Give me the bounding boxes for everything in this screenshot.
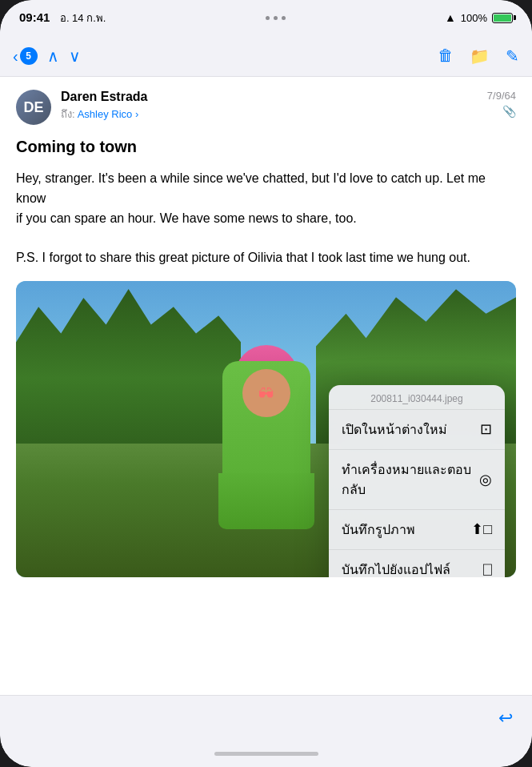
context-menu-filename: 200811_i030444.jpeg	[329, 385, 505, 410]
to-name[interactable]: Ashley Rico ›	[78, 108, 139, 120]
context-menu-label-mark: ทำเครื่องหมายและตอบกลับ	[342, 460, 479, 500]
save-files-icon: ⎕	[483, 561, 492, 577]
dot-1	[266, 16, 270, 20]
status-bar: 09:41 อ. 14 ก.พ. ▲ 100%	[0, 0, 532, 35]
email-content: DE Daren Estrada ถึง: Ashley Rico ›	[0, 77, 532, 695]
next-arrow-icon[interactable]: ∨	[69, 46, 81, 66]
home-bar	[214, 752, 318, 756]
email-body-line1: Hey, stranger. It's been a while since w…	[16, 169, 516, 209]
sunglasses: 🕶	[258, 385, 274, 404]
wifi-icon: ▲	[445, 11, 456, 24]
context-menu-label-open: เปิดในหน้าต่างใหม่	[342, 420, 447, 440]
prev-arrow-icon[interactable]: ∧	[47, 46, 59, 66]
device-frame: 09:41 อ. 14 ก.พ. ▲ 100% ‹	[0, 0, 532, 767]
context-menu-item-save-files[interactable]: บันทึกไปยังแอปไฟล์ ⎕	[329, 550, 505, 577]
sender-avatar: DE	[16, 90, 51, 125]
to-label: ถึง:	[61, 106, 75, 122]
outfit-bottom	[218, 473, 314, 529]
folder-icon[interactable]: 📁	[470, 46, 490, 66]
open-window-icon: ⊡	[480, 420, 492, 438]
sender-details: Daren Estrada ถึง: Ashley Rico ›	[61, 90, 148, 122]
home-indicator	[0, 740, 532, 767]
back-button[interactable]: ‹ 5	[13, 47, 38, 65]
context-menu-item-save-photo[interactable]: บันทึกรูปภาพ ⬆□	[329, 510, 505, 550]
nav-right: 🗑 📁 ✎	[438, 46, 519, 66]
dot-2	[274, 16, 278, 20]
email-scroll-area: DE Daren Estrada ถึง: Ashley Rico ›	[0, 77, 532, 695]
email-body: Hey, stranger. It's been a while since w…	[16, 169, 516, 268]
context-menu: 200811_i030444.jpeg เปิดในหน้าต่างใหม่ ⊡…	[329, 385, 505, 577]
mark-icon: ◎	[479, 471, 492, 488]
back-badge: 5	[20, 47, 38, 65]
context-menu-item-mark[interactable]: ทำเครื่องหมายและตอบกลับ ◎	[329, 450, 505, 510]
context-menu-label-save-files: บันทึกไปยังแอปไฟล์	[342, 560, 450, 577]
attachment-icon: 📎	[502, 105, 516, 118]
status-right: ▲ 100%	[445, 11, 513, 24]
battery-percent: 100%	[461, 12, 487, 24]
nav-left: ‹ 5 ∧ ∨	[13, 46, 81, 66]
nav-arrows: ∧ ∨	[47, 46, 81, 66]
email-body-line3: P.S. I forgot to share this great pictur…	[16, 248, 516, 268]
email-date: 7/9/64 📎	[487, 90, 516, 118]
email-header: DE Daren Estrada ถึง: Ashley Rico ›	[16, 90, 516, 125]
email-body-line2: if you can spare an hour. We have some n…	[16, 209, 516, 229]
nav-bar: ‹ 5 ∧ ∨ 🗑 📁 ✎	[0, 35, 532, 77]
context-menu-label-save-photo: บันทึกรูปภาพ	[342, 520, 415, 540]
email-date-text: 7/9/64	[487, 90, 516, 102]
image-attachment[interactable]: 🕶 200811_i030444.jpeg เปิดในหน้าต่างใหม่…	[16, 281, 516, 577]
battery-fill	[494, 14, 511, 22]
context-menu-item-open[interactable]: เปิดในหน้าต่างใหม่ ⊡	[329, 410, 505, 450]
avatar-image: DE	[16, 90, 51, 125]
battery-icon	[492, 13, 513, 23]
compose-icon[interactable]: ✎	[506, 46, 519, 66]
status-center-dots	[266, 16, 286, 20]
save-photo-icon: ⬆□	[471, 520, 492, 538]
dot-3	[282, 16, 286, 20]
sender-to: ถึง: Ashley Rico ›	[61, 106, 148, 122]
email-subject: Coming to town	[16, 138, 516, 156]
bottom-toolbar: ↩	[0, 695, 532, 740]
back-chevron-icon: ‹	[13, 48, 18, 64]
trash-icon[interactable]: 🗑	[438, 46, 454, 65]
person-figure: 🕶	[194, 345, 338, 553]
screen: 09:41 อ. 14 ก.พ. ▲ 100% ‹	[0, 0, 532, 767]
sender-name: Daren Estrada	[61, 90, 148, 104]
status-time: 09:41 อ. 14 ก.พ.	[19, 10, 106, 26]
sender-info: DE Daren Estrada ถึง: Ashley Rico ›	[16, 90, 148, 125]
reply-button[interactable]: ↩	[498, 708, 513, 729]
